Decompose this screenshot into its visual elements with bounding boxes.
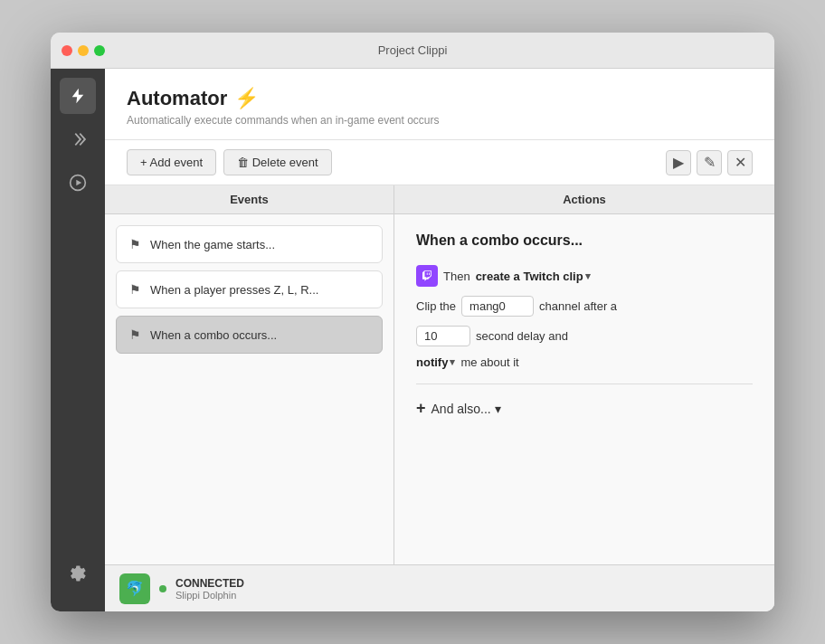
sidebar-item-automator[interactable]	[60, 78, 96, 114]
event-item-2[interactable]: ⚑ When a player presses Z, L, R...	[116, 270, 383, 308]
window-title: Project Clippi	[378, 43, 448, 57]
event-item-3[interactable]: ⚑ When a combo occurs...	[116, 316, 383, 354]
close-button[interactable]	[62, 45, 72, 56]
connected-label: CONNECTED	[175, 577, 244, 590]
me-about-it-label: me about it	[460, 355, 518, 369]
titlebar: Project Clippi	[51, 33, 774, 69]
status-icon-text: 🐬	[126, 580, 144, 597]
toolbar: + Add event 🗑 Delete event ▶ ✎ ✕	[105, 140, 774, 185]
action-row-clip: Clip the mang0 channel after a	[416, 296, 753, 317]
event-item-1[interactable]: ⚑ When the game starts...	[116, 225, 383, 263]
page-subtitle: Automatically execute commands when an i…	[127, 114, 753, 127]
delay-input[interactable]: 10	[416, 326, 470, 346]
action-link-text: create a Twitch clip	[476, 270, 583, 283]
actions-title: When a combo occurs...	[416, 232, 753, 249]
then-label: Then	[443, 270, 470, 283]
panels: Events ⚑ When the game starts... ⚑ When …	[105, 185, 774, 564]
flag-icon-2: ⚑	[129, 282, 141, 297]
events-panel-header: Events	[105, 185, 394, 214]
divider	[416, 384, 753, 384]
page-title: Automator ⚡	[127, 87, 753, 110]
events-list: ⚑ When the game starts... ⚑ When a playe…	[105, 214, 394, 365]
main-window: Project Clippi	[51, 33, 774, 611]
maximize-button[interactable]	[94, 45, 105, 56]
edit-button[interactable]: ✎	[697, 150, 722, 175]
svg-marker-1	[76, 180, 81, 186]
channel-input[interactable]: mang0	[461, 296, 534, 317]
sidebar-item-chevron[interactable]	[60, 121, 96, 157]
second-delay-label: second delay and	[476, 329, 568, 343]
add-event-button[interactable]: + Add event	[127, 149, 216, 175]
twitch-icon	[416, 265, 438, 287]
traffic-lights	[62, 45, 105, 56]
status-text: CONNECTED Slippi Dolphin	[175, 577, 244, 601]
title-text: Automator	[127, 87, 227, 110]
notify-caret-icon: ▾	[450, 356, 455, 368]
play-icon	[69, 174, 87, 192]
actions-panel: Actions When a combo occurs... Then	[394, 185, 774, 564]
bolt-icon	[69, 87, 87, 105]
chevron-right-icon	[69, 130, 87, 148]
and-also-caret: ▾	[495, 402, 501, 416]
close-event-button[interactable]: ✕	[727, 150, 753, 175]
sidebar	[51, 69, 105, 611]
header: Automator ⚡ Automatically execute comman…	[105, 69, 774, 140]
content-area: Automator ⚡ Automatically execute comman…	[105, 69, 774, 611]
gear-icon	[69, 564, 87, 582]
events-panel: Events ⚑ When the game starts... ⚑ When …	[105, 185, 394, 564]
actions-content: When a combo occurs... Then create a Twi…	[394, 214, 774, 564]
clip-the-label: Clip the	[416, 299, 456, 313]
minimize-button[interactable]	[78, 45, 89, 56]
action-row-twitch: Then create a Twitch clip ▾	[416, 265, 753, 287]
main-layout: Automator ⚡ Automatically execute comman…	[51, 69, 774, 611]
status-dot	[159, 585, 166, 592]
statusbar: 🐬 CONNECTED Slippi Dolphin	[105, 564, 774, 611]
actions-panel-header: Actions	[394, 185, 774, 214]
plus-icon: +	[416, 399, 426, 418]
flag-icon-1: ⚑	[129, 237, 141, 251]
sidebar-item-play[interactable]	[60, 165, 96, 201]
notify-label: notify	[416, 355, 448, 369]
toolbar-right: ▶ ✎ ✕	[666, 150, 753, 175]
and-also-label: And also... ▾	[431, 402, 501, 416]
caret-icon: ▾	[585, 270, 591, 282]
event-item-label-3: When a combo occurs...	[150, 328, 277, 342]
delete-event-button[interactable]: 🗑 Delete event	[223, 149, 332, 175]
event-item-label-2: When a player presses Z, L, R...	[150, 283, 318, 297]
play-button[interactable]: ▶	[666, 150, 691, 175]
notify-link[interactable]: notify ▾	[416, 355, 455, 369]
action-row-notify: notify ▾ me about it	[416, 355, 753, 369]
action-link[interactable]: create a Twitch clip ▾	[476, 270, 591, 283]
status-app-icon: 🐬	[119, 573, 150, 604]
title-icon: ⚡	[234, 87, 259, 110]
app-label: Slippi Dolphin	[175, 590, 244, 601]
action-row-delay: 10 second delay and	[416, 326, 753, 346]
and-also-button[interactable]: + And also... ▾	[416, 399, 753, 418]
sidebar-item-settings[interactable]	[60, 559, 96, 595]
and-also-text: And also...	[431, 402, 491, 416]
flag-icon-3: ⚑	[129, 327, 141, 342]
channel-after-label: channel after a	[539, 299, 617, 313]
event-item-label-1: When the game starts...	[150, 238, 275, 251]
